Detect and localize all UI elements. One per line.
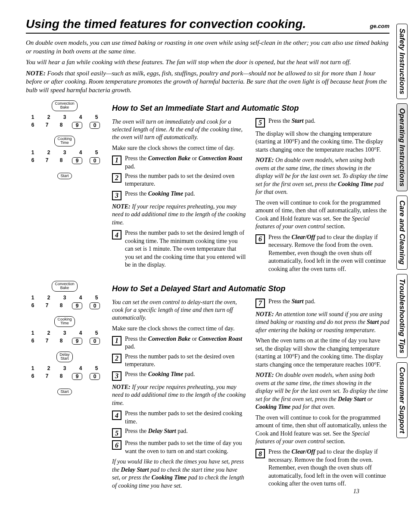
- side-tabs: Safety Instructions Operating Instructio…: [396, 24, 408, 438]
- convection-bake-pad[interactable]: Convection Bake: [52, 100, 77, 111]
- cooking-time-pad[interactable]: Cooking Time: [54, 136, 75, 146]
- step-5-icon: 5: [255, 118, 265, 128]
- section2-lead: You can set the oven control to delay-st…: [112, 299, 246, 322]
- step-1-icon: 1: [112, 156, 121, 165]
- note-preheat: NOTE: If your recipe requires preheating…: [112, 383, 246, 407]
- page-number: 13: [353, 488, 359, 495]
- cook-hold-info: The oven will continue to cook for the p…: [255, 414, 389, 446]
- step-1: Press the Convection Bake or Convection …: [125, 335, 246, 351]
- title-row: Using the timed features for convection …: [26, 17, 389, 34]
- tab-consumer[interactable]: Consumer Support: [396, 362, 408, 438]
- tab-operating[interactable]: Operating Instructions: [396, 103, 408, 191]
- step-4-icon: 4: [112, 230, 121, 240]
- clock-note: Make sure the clock shows the correct ti…: [112, 325, 246, 333]
- intro-p1: On double oven models, you can use timed…: [26, 39, 389, 56]
- display-info: When the oven turns on at the time of da…: [255, 337, 389, 369]
- section1-heading: How to Set an Immediate Start and Automa…: [112, 104, 389, 113]
- tab-care[interactable]: Care and Cleaning: [396, 196, 408, 269]
- step-7: Press the Start pad.: [268, 298, 389, 308]
- step-4: Press the number pads to set the desired…: [125, 229, 246, 269]
- control-panel-2: Convection Bake 12345 67890 Cooking Time…: [26, 277, 103, 492]
- section1-lead: The oven will turn on immediately and co…: [112, 118, 246, 142]
- step-5: Press the Delay Start pad.: [125, 427, 246, 438]
- section-delayed: Convection Bake 12345 67890 Cooking Time…: [26, 277, 389, 492]
- tab-troubleshooting[interactable]: Troubleshooting Tips: [396, 274, 408, 358]
- intro-note: NOTE: Foods that spoil easily—such as mi…: [26, 69, 389, 95]
- step-3-icon: 3: [112, 191, 121, 200]
- cook-hold-info: The oven will continue to cook for the p…: [255, 199, 389, 231]
- cooking-time-pad[interactable]: Cooking Time: [54, 316, 75, 327]
- step-3: Press the Cooking Time pad.: [125, 370, 246, 381]
- step-2-icon: 2: [112, 173, 121, 183]
- step-8: Press the Clear/Off pad to clear the dis…: [268, 448, 389, 488]
- tab-safety[interactable]: Safety Instructions: [396, 24, 408, 99]
- step-5: Press the Start pad.: [268, 117, 389, 128]
- note-label: NOTE:: [26, 70, 46, 77]
- step-2: Press the number pads to set the desired…: [125, 172, 246, 188]
- section2-heading: How to Set a Delayed Start and Automatic…: [112, 284, 389, 293]
- display-info: The display will show the changing tempe…: [255, 130, 389, 154]
- step-1: Press the Convection Bake or Convection …: [125, 155, 246, 171]
- delay-start-pad[interactable]: Delay Start: [56, 352, 72, 362]
- control-panel-1: Convection Bake 12345 67890 Cooking Time…: [26, 97, 103, 275]
- start-pad[interactable]: Start: [57, 389, 72, 395]
- clock-note: Make sure the clock shows the correct ti…: [112, 144, 246, 152]
- step-3: Press the Cooking Time pad.: [125, 190, 246, 200]
- intro-block: On double oven models, you can use timed…: [26, 39, 389, 94]
- step-6-icon: 6: [255, 234, 265, 244]
- note-attention-tone: NOTE: An attention tone will sound if yo…: [255, 311, 389, 334]
- note-double-oven: NOTE: On double oven models, when using …: [255, 156, 389, 196]
- numpad-row: 67890: [26, 122, 103, 129]
- numpad-row: 12345: [26, 114, 103, 120]
- convection-bake-pad[interactable]: Convection Bake: [52, 281, 77, 292]
- site-link[interactable]: ge.com: [370, 23, 389, 29]
- step-6: Press the Clear/Off pad to clear the dis…: [268, 233, 389, 273]
- section-immediate: Convection Bake 12345 67890 Cooking Time…: [26, 97, 389, 275]
- step-4: Press the number pads to set the desired…: [125, 410, 246, 426]
- check-times: If you would like to check the times you…: [112, 458, 246, 490]
- step-6: Press the number pads to set the time of…: [125, 439, 246, 455]
- start-pad[interactable]: Start: [57, 173, 72, 179]
- note-preheat: NOTE: If your recipe requires preheating…: [112, 203, 246, 227]
- intro-p2: You will hear a fan while cooking with t…: [26, 58, 389, 67]
- page-title: Using the timed features for convection …: [26, 17, 306, 31]
- step-2: Press the number pads to set the desired…: [125, 353, 246, 369]
- note-double-oven: NOTE: On double oven models, when using …: [255, 371, 389, 411]
